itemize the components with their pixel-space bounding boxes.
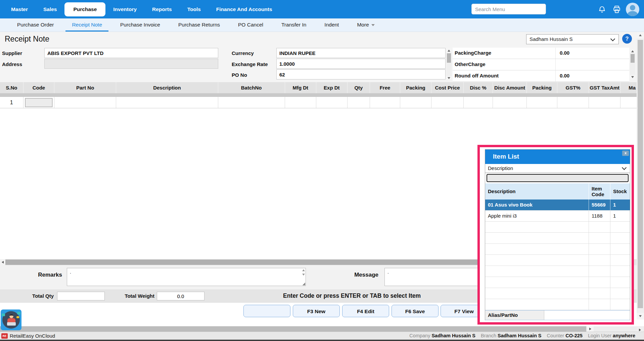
help-button[interactable]: ? (622, 34, 632, 44)
currency-input[interactable] (276, 48, 446, 58)
bottom-horizontal-scrollbar[interactable] (0, 326, 644, 332)
charge-row-othercharge: OtherCharge (453, 59, 629, 70)
scrollbar-up-arrow[interactable] (446, 48, 452, 53)
scrollbar-down-arrow[interactable] (630, 75, 635, 79)
grid-row1-cell-disc[interactable] (464, 97, 493, 108)
address-input[interactable] (44, 59, 218, 69)
subnav-item-purchase-invoice[interactable]: Purchase Invoice (111, 18, 169, 32)
topnav-item-sales[interactable]: Sales (36, 0, 65, 18)
itemlist-cell (485, 244, 589, 254)
grid-column-gst-taxamt: GST TaxAmt (589, 82, 621, 93)
close-icon[interactable]: x (622, 151, 629, 156)
grid-row1-cell-code[interactable] (24, 97, 55, 108)
itemlist-cell (485, 277, 589, 288)
scrollbar-thumb[interactable] (5, 260, 482, 265)
exchange-rate-input[interactable] (276, 59, 446, 69)
subnav-item-transfer-in[interactable]: Transfer In (272, 18, 315, 32)
printer-icon[interactable] (612, 5, 621, 14)
grid-row1-cell-free[interactable] (370, 97, 400, 108)
itemlist-column-item-code: Item Code (589, 183, 610, 200)
scrollbar-thumb[interactable] (638, 40, 643, 308)
itemlist-cell (589, 222, 610, 232)
topnav-item-reports[interactable]: Reports (144, 0, 180, 18)
remarks-textarea[interactable]: . (67, 268, 306, 286)
row1-code-input[interactable] (25, 98, 53, 107)
subnav-item-po-cancel[interactable]: PO Cancel (229, 18, 272, 32)
topnav-item-purchase[interactable]: Purchase (64, 2, 105, 16)
notification-bell-icon[interactable] (598, 5, 606, 14)
grid-row1-cell-part-no[interactable] (54, 97, 116, 108)
subnav-item-more[interactable]: More (348, 18, 383, 32)
item-list-highlight-frame: Item List x Description DescriptionItem … (477, 145, 634, 325)
scrollbar-right-arrow[interactable] (587, 326, 594, 332)
scrollbar-up-arrow[interactable] (630, 49, 635, 53)
textarea-scroll-arrows[interactable] (302, 269, 305, 276)
grid-row1-cell-gst-taxamt[interactable] (589, 97, 621, 108)
items-grid-row-1[interactable]: 1 (0, 97, 644, 108)
item-list-search-input[interactable] (487, 174, 629, 182)
textarea-resize-handle[interactable] (302, 282, 305, 285)
items-grid-header: S.NoCodePart NoDescriptionBatchNoMfg DtE… (0, 82, 644, 93)
grid-row1-cell-gst[interactable] (557, 97, 589, 108)
grid-row1-cell-mfg-dt[interactable] (285, 97, 317, 108)
grid-row1-cell-cost-price[interactable] (431, 97, 464, 108)
user-dropdown[interactable]: Sadham Hussain S (526, 34, 619, 44)
scrollbar-up-arrow[interactable] (637, 32, 644, 39)
subnav-item-purchase-returns[interactable]: Purchase Returns (169, 18, 229, 32)
status-counter: Counter CO-225 (547, 333, 583, 338)
grid-row1-cell-batchno[interactable] (218, 97, 285, 108)
po-no-input[interactable] (276, 69, 446, 79)
scrollbar-thumb[interactable] (631, 54, 635, 63)
grid-row1-cell-qty[interactable] (348, 97, 370, 108)
grid-row1-cell-packing[interactable] (400, 97, 432, 108)
scrollbar-thumb[interactable] (0, 326, 586, 332)
grid-row1-cell-disc-amount[interactable] (493, 97, 526, 108)
alias-partno-input[interactable] (544, 310, 630, 320)
item-list-title: Item List (493, 153, 519, 160)
charge-value-packingcharge: 0.00 (556, 48, 629, 59)
footer-button-f6-save[interactable]: F6 Save (392, 305, 439, 317)
topnav-item-finance-and-accounts[interactable]: Finance And Accounts (209, 0, 280, 18)
message-textarea[interactable]: . (384, 268, 478, 286)
footer-button-f4-edit[interactable]: F4 Edit (342, 305, 389, 317)
subnav-item-receipt-note[interactable]: Receipt Note (63, 18, 111, 32)
itemlist-empty-row (485, 277, 630, 288)
subnav-item-purchase-order[interactable]: Purchase Order (8, 18, 63, 32)
grid-row1-cell-exp-dt[interactable] (316, 97, 348, 108)
form-scrollbar[interactable] (446, 48, 452, 80)
itemlist-cell: 1188 (589, 211, 610, 221)
grid-row1-cell-description[interactable] (116, 97, 218, 108)
topnav-item-master[interactable]: Master (3, 0, 36, 18)
supplier-input[interactable] (44, 48, 218, 58)
support-chat-icon[interactable] (1, 309, 21, 330)
main-vertical-scrollbar[interactable] (637, 32, 644, 320)
grid-row1-cell-packing[interactable] (527, 97, 558, 108)
search-menu-input[interactable] (471, 4, 546, 14)
status-branch: Branch Sadham Hussain S (481, 333, 542, 338)
grid-column-description: Description (116, 82, 218, 93)
supplier-label: Supplier (2, 50, 22, 56)
charge-row-round-off-amount: Round off Amount0.00 (453, 70, 629, 82)
footer-button-f3-new[interactable]: F3 New (293, 305, 340, 317)
scrollbar-down-arrow[interactable] (446, 76, 452, 80)
grid-column-exp-dt: Exp Dt (316, 82, 348, 93)
itemlist-row-apple-mini-i3[interactable]: Apple mini i311881 (485, 211, 630, 222)
itemlist-cell (610, 266, 629, 277)
scrollbar-down-arrow[interactable] (637, 313, 644, 320)
subnav-item-indent[interactable]: Indent (315, 18, 348, 32)
status-login-user: Login User anywhere (588, 333, 635, 338)
total-weight-input[interactable] (157, 292, 204, 300)
user-avatar[interactable] (626, 3, 639, 16)
topnav-item-inventory[interactable]: Inventory (105, 0, 144, 18)
itemlist-row-01-asus-vivo-book[interactable]: 01 Asus vivo Book556691 (485, 200, 630, 211)
total-qty-input[interactable] (57, 292, 105, 300)
grid-row1-cell-s-no[interactable]: 1 (0, 97, 24, 108)
scrollbar-left-arrow[interactable] (0, 259, 5, 265)
footer-button-blank[interactable] (243, 305, 290, 317)
message-value: . (387, 269, 389, 275)
exchange-rate-label: Exchange Rate (232, 61, 268, 67)
item-list-filter-dropdown[interactable]: Description (485, 164, 630, 173)
topnav-item-tools[interactable]: Tools (180, 0, 209, 18)
scrollbar-thumb[interactable] (447, 53, 451, 63)
charges-scrollbar[interactable] (630, 49, 635, 79)
